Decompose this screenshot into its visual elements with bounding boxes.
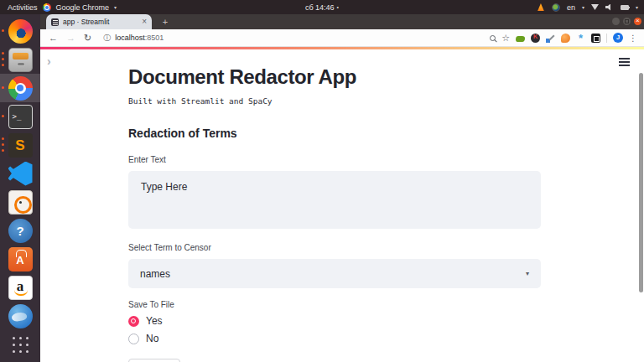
reload-icon[interactable]: ↻: [84, 33, 91, 44]
select-caret-icon: ▾: [526, 270, 529, 277]
close-tab-icon[interactable]: ×: [142, 18, 147, 26]
radio-unselected-icon[interactable]: [128, 334, 139, 344]
radio-option-label: No: [146, 333, 158, 344]
file-manager-icon: [8, 48, 33, 72]
extension-colorpicker-icon[interactable]: [546, 34, 555, 43]
keyboard-layout-indicator[interactable]: en: [567, 3, 575, 12]
firefox-icon: [8, 19, 33, 44]
zoom-icon[interactable]: [490, 35, 496, 41]
volume-icon[interactable]: [605, 4, 614, 11]
chrome-icon: [8, 76, 33, 101]
help-icon: ?: [8, 219, 33, 243]
forward-icon[interactable]: →: [66, 33, 75, 43]
extension-green-icon[interactable]: [516, 36, 525, 42]
dock-item-ubuntu-software[interactable]: A: [0, 245, 40, 273]
browser-menu-icon[interactable]: ⋮: [629, 34, 637, 43]
radio-option-label: Yes: [146, 315, 163, 327]
close-window-button[interactable]: [634, 18, 641, 25]
radio-selected-icon[interactable]: [128, 316, 139, 327]
streamlit-menu-icon[interactable]: [619, 58, 630, 69]
page-title: Document Redactor App: [128, 65, 541, 89]
dock-item-amazon[interactable]: a: [0, 273, 40, 302]
tab-strip: app · Streamlit × +: [40, 14, 644, 29]
system-top-bar: Activities Google Chrome ▾ сб 14:46 • en…: [0, 0, 644, 14]
thunderbird-icon: [8, 304, 33, 328]
sidebar-expand-icon[interactable]: ›: [47, 54, 51, 68]
site-info-icon[interactable]: ⓘ: [103, 33, 111, 44]
show-applications-icon: [8, 333, 33, 357]
vscode-icon: [8, 162, 33, 186]
clock-text: сб 14:46: [305, 3, 335, 12]
section-heading: Redaction of Terms: [128, 127, 541, 140]
dock-item-rhythmbox[interactable]: [0, 188, 40, 216]
battery-icon[interactable]: [621, 5, 629, 10]
address-bar[interactable]: localhost:8501: [115, 34, 164, 42]
tab-title: app · Streamlit: [63, 18, 138, 26]
dock-item-firefox[interactable]: [0, 17, 40, 45]
radio-option-no[interactable]: No: [128, 333, 541, 344]
text-area-input[interactable]: Type Here: [128, 171, 541, 229]
url-host: localhost: [115, 34, 145, 42]
streamlit-favicon: [51, 18, 59, 26]
extension-orange-icon[interactable]: [561, 34, 570, 43]
ubuntu-software-icon: A: [8, 247, 33, 272]
extension-dark-square-icon[interactable]: [591, 34, 600, 43]
caret-down-icon: ▾: [636, 4, 638, 10]
maximize-button[interactable]: [623, 18, 631, 25]
system-tray[interactable]: en ▾ ▾: [537, 3, 644, 12]
dock-item-help[interactable]: ?: [0, 216, 40, 245]
notification-dot-icon: •: [337, 4, 339, 10]
submit-button[interactable]: Submit: [128, 359, 180, 362]
page-scrollbar[interactable]: [639, 73, 643, 292]
caret-down-icon: ▾: [582, 4, 584, 10]
terminal-icon: >_: [8, 105, 33, 129]
extension-k-icon[interactable]: [531, 34, 540, 43]
dock: >_ S ? A a: [0, 14, 40, 362]
dock-item-thunderbird[interactable]: [0, 302, 40, 330]
bookmark-star-icon[interactable]: ☆: [501, 33, 510, 44]
dock-item-file-manager[interactable]: [0, 45, 40, 74]
new-tab-button[interactable]: +: [159, 17, 171, 28]
main-content: Document Redactor App Built with Streaml…: [128, 47, 541, 362]
vlc-icon[interactable]: [537, 3, 545, 11]
network-icon[interactable]: [591, 4, 599, 10]
profile-avatar[interactable]: J: [613, 33, 623, 43]
browser-toolbar: ← → ↻ ⓘ localhost:8501 ☆ * J ⋮: [40, 29, 644, 47]
chrome-app-icon: [43, 3, 51, 12]
window-controls: [612, 18, 641, 25]
app-menu-button[interactable]: Google Chrome: [56, 3, 110, 12]
back-icon[interactable]: ←: [49, 33, 58, 43]
dock-item-vscode[interactable]: [0, 159, 40, 188]
rhythmbox-icon: [8, 190, 33, 215]
amazon-icon: a: [8, 276, 33, 300]
globe-icon[interactable]: [552, 3, 560, 12]
dock-item-terminal[interactable]: >_: [0, 102, 40, 131]
url-port: :8501: [145, 34, 164, 42]
tab-app-streamlit[interactable]: app · Streamlit ×: [46, 14, 152, 29]
page-subtitle: Built with Streamlit and SpaCy: [128, 96, 541, 106]
text-area-label: Enter Text: [128, 155, 541, 164]
dock-item-chrome[interactable]: [0, 74, 40, 102]
term-select[interactable]: names ▾: [128, 259, 541, 288]
dock-item-sublime-text[interactable]: S: [0, 131, 40, 159]
radio-group-label: Save To File: [128, 300, 541, 309]
radio-option-yes[interactable]: Yes: [128, 315, 541, 327]
caret-down-icon: ▾: [114, 4, 117, 10]
dock-item-show-applications[interactable]: [0, 330, 40, 359]
activities-button[interactable]: Activities: [8, 3, 38, 12]
toolbar-divider: [606, 34, 607, 43]
minimize-button[interactable]: [612, 18, 620, 25]
clock[interactable]: сб 14:46 •: [305, 3, 339, 12]
streamlit-page: › Document Redactor App Built with Strea…: [40, 47, 644, 362]
select-label: Select Term to Censor: [128, 243, 541, 252]
select-value: names: [140, 268, 170, 280]
extension-snowflake-icon[interactable]: *: [576, 34, 585, 43]
sublime-text-icon: S: [8, 133, 33, 158]
